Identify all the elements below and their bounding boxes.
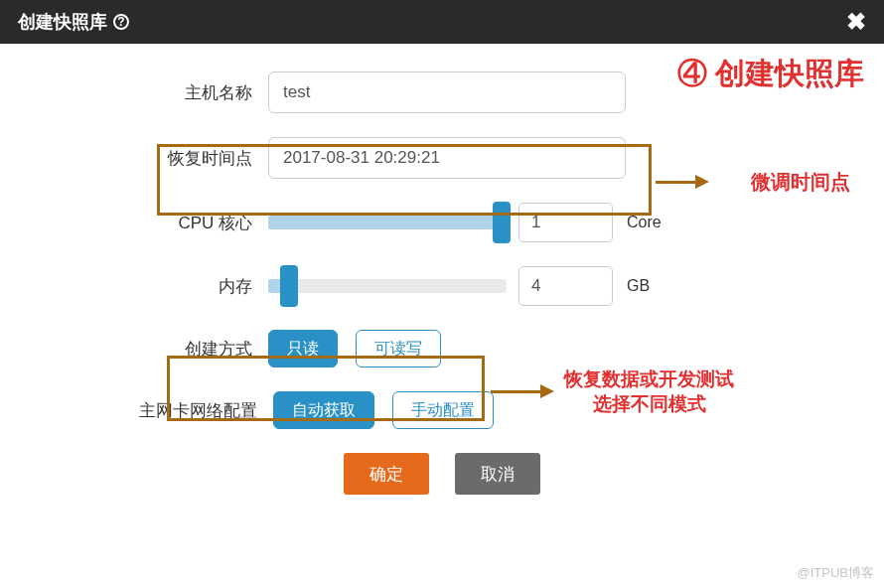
confirm-button[interactable]: 确定 xyxy=(344,453,429,495)
cpu-slider-thumb[interactable] xyxy=(493,202,511,243)
memory-slider[interactable] xyxy=(268,279,507,293)
arrow-time xyxy=(656,175,709,189)
arrow-mode xyxy=(491,384,554,398)
cpu-unit: Core xyxy=(627,214,662,231)
form-area: 主机名称 恢复时间点 CPU 核心 Core 内存 GB 创建方式 只读 可读写… xyxy=(0,44,884,495)
memory-value-input[interactable] xyxy=(518,266,613,306)
network-manual-button[interactable]: 手动配置 xyxy=(392,391,494,429)
help-icon[interactable]: ? xyxy=(113,14,129,30)
cancel-button[interactable]: 取消 xyxy=(455,453,540,495)
row-cpu: CPU 核心 Core xyxy=(50,203,834,242)
annotation-fine-tune: 微调时间点 xyxy=(751,169,850,196)
memory-unit: GB xyxy=(627,277,650,295)
restore-time-input[interactable] xyxy=(268,137,626,179)
mode-readonly-button[interactable]: 只读 xyxy=(268,330,338,368)
memory-slider-thumb[interactable] xyxy=(280,265,298,307)
dialog-header: 创建快照库 ? ✖ xyxy=(0,0,884,44)
label-cpu: CPU 核心 xyxy=(50,212,268,234)
annotation-step-title: ④ 创建快照库 xyxy=(677,54,864,94)
cpu-value-input[interactable] xyxy=(518,203,613,242)
row-restore-time: 恢复时间点 xyxy=(50,137,834,179)
mode-readwrite-button[interactable]: 可读写 xyxy=(356,330,441,368)
label-create-mode: 创建方式 xyxy=(50,338,268,361)
row-create-mode: 创建方式 只读 可读写 xyxy=(50,330,834,368)
network-auto-button[interactable]: 自动获取 xyxy=(273,391,374,429)
watermark: @ITPUB博客 xyxy=(798,564,874,582)
cpu-slider[interactable] xyxy=(268,216,507,229)
label-network: 主网卡网络配置 xyxy=(50,399,273,422)
hostname-input[interactable] xyxy=(268,72,626,113)
label-hostname: 主机名称 xyxy=(50,81,268,104)
dialog-title: 创建快照库 xyxy=(18,10,107,34)
label-restore-time: 恢复时间点 xyxy=(50,147,268,170)
close-icon[interactable]: ✖ xyxy=(846,8,866,36)
row-memory: 内存 GB xyxy=(50,266,834,306)
label-memory: 内存 xyxy=(50,275,268,298)
annotation-mode-hint: 恢复数据或开发测试 选择不同模式 xyxy=(564,368,734,416)
dialog-footer: 确定 取消 xyxy=(50,453,834,495)
